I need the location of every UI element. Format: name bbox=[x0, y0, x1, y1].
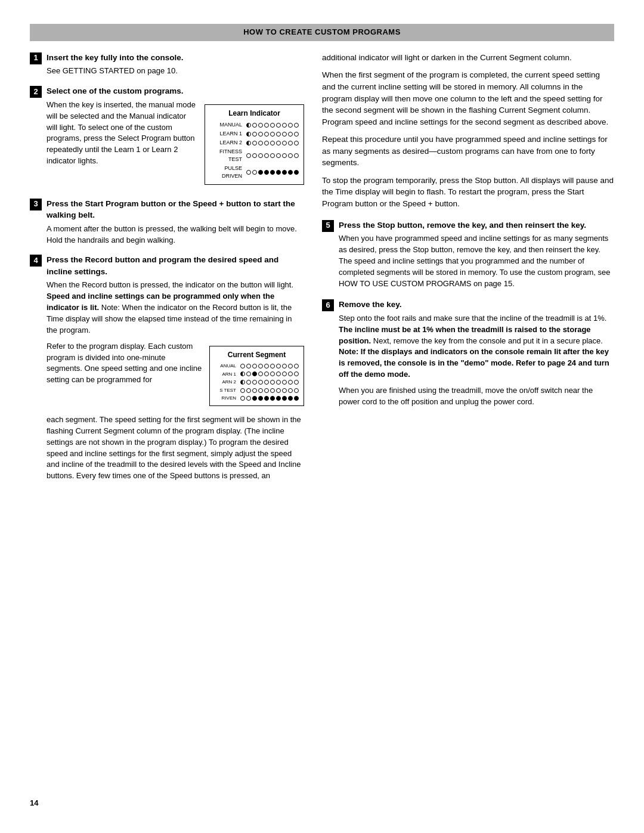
segment-row-arn1: ARN 1 bbox=[215, 371, 299, 378]
dot bbox=[252, 153, 257, 158]
dot bbox=[252, 396, 257, 401]
dot bbox=[276, 364, 281, 368]
step-4-body-p3: Refer to the program display. Each custo… bbox=[47, 342, 202, 385]
dot bbox=[264, 396, 269, 401]
indicator-row-learn1: LEARN 1 bbox=[210, 130, 299, 138]
dot bbox=[264, 170, 269, 175]
step-2-body: Learn Indicator MANUAL bbox=[47, 100, 304, 190]
dot bbox=[270, 132, 275, 137]
indicator-row-pulse: PULSE DRIVEN bbox=[210, 165, 299, 180]
learn-indicator-title: Learn Indicator bbox=[210, 109, 299, 119]
right-para1: When the first segment of the program is… bbox=[322, 69, 614, 128]
learn-indicator-grid: MANUAL bbox=[210, 121, 299, 180]
dot bbox=[276, 141, 281, 145]
dot bbox=[276, 132, 281, 137]
segment-grid: ANUAL bbox=[215, 363, 299, 402]
dot bbox=[246, 364, 251, 368]
dot bbox=[252, 388, 257, 393]
step-4-body: When the Record button is pressed, the i… bbox=[47, 280, 304, 482]
dot bbox=[258, 380, 263, 385]
step-2-content: Select one of the custom programs. Learn… bbox=[47, 85, 304, 189]
step-6-number: 6 bbox=[322, 299, 334, 311]
seg-label-anual: ANUAL bbox=[215, 363, 239, 370]
dot bbox=[270, 153, 275, 158]
left-column: 1 Insert the key fully into the console.… bbox=[30, 52, 304, 786]
dot bbox=[258, 132, 263, 137]
seg-label-arn1: ARN 1 bbox=[215, 371, 239, 378]
dot bbox=[276, 396, 281, 401]
dot bbox=[240, 380, 245, 385]
dot bbox=[264, 380, 269, 385]
segment-title: Current Segment bbox=[215, 350, 299, 360]
dot bbox=[288, 388, 293, 393]
dot bbox=[282, 170, 287, 175]
dot bbox=[276, 388, 281, 393]
step-4-para4: each segment. The speed setting for the … bbox=[47, 414, 304, 482]
dot bbox=[258, 396, 263, 401]
dot bbox=[252, 141, 257, 145]
dot bbox=[294, 364, 299, 368]
dot bbox=[240, 396, 245, 401]
dot bbox=[240, 371, 245, 376]
dot-row-fitness bbox=[246, 153, 299, 158]
seg-label-arn2: ARN 2 bbox=[215, 379, 239, 386]
dot bbox=[252, 170, 257, 175]
indicator-row-learn2: LEARN 2 bbox=[210, 139, 299, 147]
dot bbox=[246, 396, 251, 401]
right-intro: additional indicator will light or darke… bbox=[322, 52, 614, 64]
dot bbox=[246, 380, 251, 385]
current-segment-box: Current Segment ANUAL bbox=[209, 346, 304, 406]
dot bbox=[246, 141, 251, 145]
right-para3: To stop the program temporarily, press t… bbox=[322, 175, 614, 210]
dot bbox=[294, 388, 299, 393]
dot bbox=[252, 364, 257, 368]
dot bbox=[252, 380, 257, 385]
dot-row-pulse bbox=[246, 170, 299, 175]
step-3-content: Press the Start Program button or the Sp… bbox=[47, 198, 304, 246]
dot bbox=[294, 141, 299, 145]
step-6-body: Step onto the foot rails and make sure t… bbox=[339, 313, 614, 408]
dot bbox=[288, 371, 293, 376]
dot bbox=[240, 364, 245, 368]
learn-indicator-box: Learn Indicator MANUAL bbox=[205, 104, 304, 185]
dot bbox=[294, 380, 299, 385]
dot bbox=[246, 123, 251, 128]
right-column: additional indicator will light or darke… bbox=[322, 52, 614, 786]
dot bbox=[246, 371, 251, 376]
step-1-content: Insert the key fully into the console. S… bbox=[47, 52, 304, 77]
step-6-para3: When you are finished using the treadmil… bbox=[339, 385, 614, 408]
dot bbox=[264, 153, 269, 158]
seg-label-stest: S TEST bbox=[215, 387, 239, 394]
dot bbox=[258, 170, 263, 175]
dot bbox=[276, 170, 281, 175]
step-4-segment-text: Refer to the program display. Each custo… bbox=[47, 341, 203, 386]
step-2-number: 2 bbox=[30, 86, 42, 98]
step-3-number: 3 bbox=[30, 199, 42, 210]
dot bbox=[294, 170, 299, 175]
right-para2: Repeat this procedure until you have pro… bbox=[322, 134, 614, 169]
dot-row-manual bbox=[246, 123, 299, 128]
dot bbox=[270, 170, 275, 175]
seg-label-riven: RIVEN bbox=[215, 395, 239, 402]
dot bbox=[294, 123, 299, 128]
dot bbox=[270, 364, 275, 368]
step-5-body: When you have programmed speed and incli… bbox=[339, 233, 614, 289]
page-number: 14 bbox=[30, 798, 614, 809]
step-4-para1: When the Record button is pressed, the i… bbox=[47, 280, 304, 336]
indicator-label-manual: MANUAL bbox=[210, 121, 244, 129]
dot bbox=[276, 380, 281, 385]
dot bbox=[282, 371, 287, 376]
dot bbox=[282, 388, 287, 393]
step-2-title: Select one of the custom programs. bbox=[47, 85, 304, 97]
dot bbox=[270, 371, 275, 376]
dot bbox=[264, 123, 269, 128]
dot bbox=[264, 364, 269, 368]
step-6-para1: Step onto the foot rails and make sure t… bbox=[339, 313, 614, 380]
dot bbox=[282, 123, 287, 128]
dot bbox=[288, 132, 293, 137]
dot bbox=[288, 396, 293, 401]
step-2: 2 Select one of the custom programs. Lea… bbox=[30, 85, 304, 189]
dot bbox=[264, 141, 269, 145]
dot bbox=[282, 132, 287, 137]
dot bbox=[270, 141, 275, 145]
